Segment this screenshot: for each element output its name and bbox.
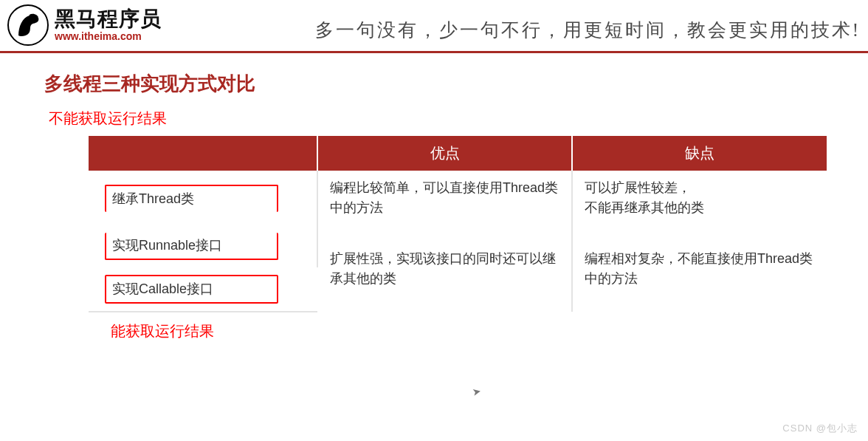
cell-pro: 扩展性强，实现该接口的同时还可以继承其他的类: [317, 225, 572, 312]
cursor-icon: ➤: [471, 385, 482, 398]
highlight-box-icon: 继承Thread类: [105, 185, 278, 212]
table-header-row: 优点 缺点: [89, 136, 827, 171]
highlight-box-icon: 实现Callable接口: [105, 275, 278, 304]
highlight-box-icon: 实现Runnable接口: [105, 233, 278, 260]
annotation-bottom: 能获取运行结果: [111, 321, 831, 341]
table-header-blank: [89, 136, 317, 171]
content-area: 多线程三种实现方式对比 不能获取运行结果 优点 缺点 继承Thread类 编程比…: [0, 53, 868, 341]
header-slogan: 多一句没有，少一句不行，用更短时间，教会更实用的技术!: [315, 18, 861, 42]
cell-con: 可以扩展性较差， 不能再继承其他的类: [572, 171, 827, 225]
comparison-table: 优点 缺点 继承Thread类 编程比较简单，可以直接使用Thread类中的方法…: [89, 136, 827, 312]
table-row: 实现Runnable接口 扩展性强，实现该接口的同时还可以继承其他的类 编程相对…: [89, 225, 827, 267]
table-header-cons: 缺点: [572, 136, 827, 171]
annotation-top: 不能获取运行结果: [49, 109, 831, 129]
cell-con: 编程相对复杂，不能直接使用Thread类中的方法: [572, 225, 827, 312]
logo-url: www.itheima.com: [55, 31, 162, 42]
logo-block: 黑马程序员 www.itheima.com: [7, 4, 162, 46]
row-label-callable: 实现Callable接口: [89, 267, 317, 312]
horse-logo-icon: [7, 4, 49, 46]
cell-pro: 编程比较简单，可以直接使用Thread类中的方法: [317, 171, 572, 225]
page-title: 多线程三种实现方式对比: [44, 71, 831, 97]
logo-title: 黑马程序员: [55, 8, 162, 31]
row-label-runnable: 实现Runnable接口: [89, 225, 317, 267]
row-label-thread: 继承Thread类: [89, 171, 317, 225]
table-header-pros: 优点: [317, 136, 572, 171]
header-bar: 黑马程序员 www.itheima.com 多一句没有，少一句不行，用更短时间，…: [0, 0, 868, 53]
comparison-table-wrap: 优点 缺点 继承Thread类 编程比较简单，可以直接使用Thread类中的方法…: [89, 136, 827, 312]
logo-text: 黑马程序员 www.itheima.com: [55, 8, 162, 42]
watermark-text: CSDN @包小志: [782, 422, 858, 435]
table-row: 继承Thread类 编程比较简单，可以直接使用Thread类中的方法 可以扩展性…: [89, 171, 827, 225]
